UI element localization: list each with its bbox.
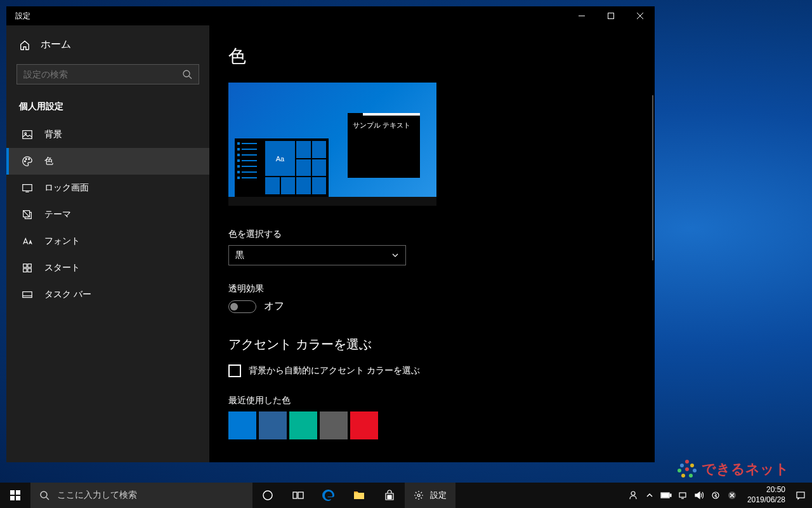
scrollbar[interactable]	[652, 95, 653, 260]
network-icon[interactable]	[675, 483, 690, 508]
home-link[interactable]: ホーム	[6, 32, 209, 60]
sidebar-section-title: 個人用設定	[6, 96, 209, 121]
taskview-icon	[292, 490, 304, 501]
svg-rect-28	[298, 492, 303, 498]
minimize-button[interactable]	[567, 6, 596, 25]
gear-icon	[414, 490, 424, 500]
watermark-logo-icon	[678, 460, 697, 479]
volume-icon[interactable]	[691, 483, 707, 508]
sidebar-item-label: テーマ	[44, 209, 71, 220]
taskbar-active-label: 設定	[430, 490, 447, 501]
sidebar-item-label: ロック画面	[44, 182, 89, 194]
accent-heading: アクセント カラーを選ぶ	[228, 336, 636, 353]
checkbox-icon	[228, 364, 241, 377]
ime-icon[interactable]	[708, 483, 723, 508]
svg-rect-29	[388, 495, 390, 497]
store-button[interactable]	[374, 483, 405, 508]
sidebar-item-taskbar[interactable]: タスク バー	[6, 281, 209, 308]
preview-sample-window: サンプル テキスト	[348, 113, 420, 178]
taskview-button[interactable]	[283, 483, 313, 508]
svg-line-5	[189, 76, 192, 79]
taskbar-search[interactable]: ここに入力して検索	[30, 483, 252, 508]
svg-point-4	[183, 70, 190, 77]
svg-point-26	[263, 491, 272, 500]
home-icon	[19, 39, 30, 51]
people-icon[interactable]	[625, 483, 641, 508]
sidebar-item-lockscreen[interactable]: ロック画面	[6, 175, 209, 201]
svg-line-25	[46, 497, 49, 500]
tray-app-icon[interactable]	[724, 483, 740, 508]
svg-rect-20	[10, 490, 15, 495]
taskbar-search-placeholder: ここに入力して検索	[57, 490, 137, 501]
color-preview: サンプル テキスト Aa	[228, 83, 436, 206]
store-icon	[384, 490, 395, 501]
explorer-button[interactable]	[344, 483, 374, 508]
auto-accent-label: 背景から自動的にアクセント カラーを選ぶ	[249, 365, 420, 377]
recent-colors	[228, 411, 636, 439]
sidebar-item-fonts[interactable]: フォント	[6, 228, 209, 255]
svg-rect-11	[23, 185, 32, 191]
tray-chevron-icon[interactable]	[642, 483, 657, 508]
color-swatch[interactable]	[320, 411, 348, 439]
search-field[interactable]	[23, 69, 182, 79]
cortana-button[interactable]	[252, 483, 283, 508]
close-button[interactable]	[625, 6, 655, 25]
action-center-icon[interactable]	[793, 483, 808, 508]
sidebar-item-start[interactable]: スタート	[6, 255, 209, 281]
titlebar: 設定	[6, 6, 655, 25]
color-swatch[interactable]	[228, 411, 256, 439]
transparency-label: 透明効果	[228, 283, 636, 295]
svg-point-24	[41, 491, 47, 498]
clock-time: 20:50	[747, 485, 785, 495]
taskbar: ここに入力して検索 設定 20:50 2019/06/28	[0, 483, 812, 508]
search-icon	[182, 69, 192, 79]
svg-point-33	[417, 494, 420, 497]
svg-point-9	[25, 159, 27, 160]
choose-color-select[interactable]: 黒	[228, 245, 406, 265]
svg-rect-17	[28, 269, 31, 272]
start-button[interactable]	[0, 483, 30, 508]
svg-rect-31	[388, 497, 390, 499]
auto-accent-checkbox[interactable]: 背景から自動的にアクセント カラーを選ぶ	[228, 364, 636, 377]
chevron-down-icon	[391, 251, 399, 259]
sidebar-item-label: 背景	[44, 129, 62, 140]
start-icon	[22, 262, 33, 274]
search-icon	[39, 490, 49, 500]
svg-point-8	[25, 161, 26, 162]
sidebar-item-label: スタート	[44, 262, 80, 274]
battery-icon[interactable]	[658, 483, 674, 508]
svg-rect-30	[390, 495, 392, 497]
sidebar-item-label: 色	[44, 156, 53, 167]
clock[interactable]: 20:50 2019/06/28	[741, 485, 792, 505]
svg-rect-37	[662, 493, 669, 497]
sidebar: ホーム 個人用設定 背景 色 ロック画面 テーマ	[6, 25, 209, 462]
theme-icon	[22, 209, 33, 220]
recent-colors-label: 最近使用した色	[228, 395, 636, 406]
sidebar-item-themes[interactable]: テーマ	[6, 201, 209, 228]
color-swatch[interactable]	[259, 411, 287, 439]
svg-rect-1	[608, 13, 614, 19]
color-swatch[interactable]	[289, 411, 317, 439]
home-label: ホーム	[41, 38, 71, 51]
taskbar-active-app[interactable]: 設定	[405, 483, 455, 508]
color-swatch[interactable]	[350, 411, 378, 439]
taskbar-icon	[22, 289, 33, 300]
lockscreen-icon	[22, 182, 33, 194]
svg-rect-21	[16, 490, 20, 495]
svg-rect-18	[23, 292, 32, 298]
preview-start-menu: Aa	[235, 138, 329, 197]
content-area: 色 サンプル テキスト Aa	[209, 25, 655, 462]
svg-rect-16	[23, 269, 27, 272]
transparency-toggle[interactable]	[228, 300, 256, 313]
edge-icon	[322, 489, 335, 502]
sidebar-item-colors[interactable]: 色	[6, 148, 209, 175]
sidebar-item-background[interactable]: 背景	[6, 121, 209, 148]
palette-icon	[22, 156, 33, 167]
maximize-button[interactable]	[596, 6, 625, 25]
search-input[interactable]	[16, 64, 199, 84]
choose-color-value: 黒	[235, 250, 244, 261]
svg-point-34	[631, 491, 635, 495]
edge-button[interactable]	[313, 483, 344, 508]
sidebar-item-label: フォント	[44, 236, 80, 247]
svg-rect-15	[28, 264, 31, 267]
